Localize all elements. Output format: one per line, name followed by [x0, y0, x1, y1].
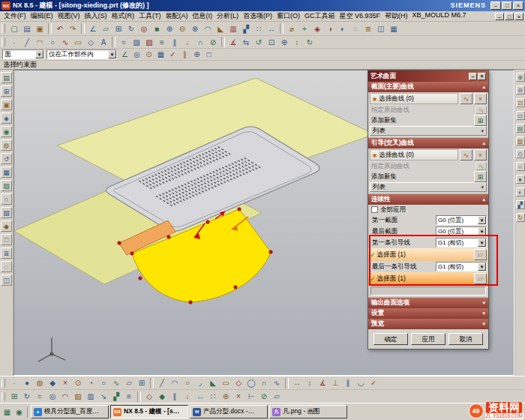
parallel-filter[interactable]: ∥ [179, 50, 190, 60]
pattern[interactable]: ∷ [253, 23, 265, 34]
circle[interactable]: ○ [46, 37, 58, 48]
revolve-2[interactable]: ↻ [21, 391, 33, 402]
open[interactable]: ▤ [21, 23, 33, 34]
chamfer[interactable]: ◣ [214, 23, 226, 34]
show-hide[interactable]: ◌ [350, 23, 362, 34]
analysis-deviation[interactable]: ∡ [227, 37, 239, 48]
chevron-down-icon[interactable]: ▾ [478, 216, 486, 224]
extrude[interactable]: ⊞ [112, 23, 124, 34]
block[interactable]: ■ [151, 23, 163, 34]
profile-arc[interactable]: ◠ [169, 377, 181, 388]
chevron-down-icon[interactable]: ▾ [478, 262, 486, 271]
layers[interactable]: ≣ [1, 248, 12, 259]
face-icon[interactable]: ▱ [474, 249, 487, 260]
polygon[interactable]: ◇ [85, 37, 97, 48]
sketch[interactable]: ∠ [87, 23, 99, 34]
snap-arc-center[interactable]: ⊙ [72, 377, 84, 388]
minimize-icon[interactable]: – [490, 2, 501, 10]
dialog-titlebar[interactable]: 艺术曲面 – × [368, 70, 488, 82]
conic-curve[interactable]: ∩ [258, 377, 270, 388]
task-word[interactable]: W 产品分型.docx -… [190, 405, 268, 418]
system-scenes[interactable]: ▧ [1, 207, 12, 218]
clear-selection-button[interactable]: × [474, 93, 487, 104]
mesh-surface[interactable]: ▨ [130, 37, 142, 48]
show-only[interactable]: ◌ [1, 261, 12, 272]
hole[interactable]: ◎ [138, 23, 150, 34]
hd3d-tools[interactable]: ◉ [1, 126, 12, 137]
show-desktop[interactable]: ▦ [2, 406, 13, 418]
point[interactable]: ∙ [8, 37, 20, 48]
child-minimize-icon[interactable]: – [495, 13, 504, 20]
last-guide-select-face-field[interactable]: ✓ 选择面 (1) ▱ [368, 272, 488, 285]
menu-gc-toolbox[interactable]: GC工具箱 [302, 11, 338, 22]
top-view[interactable]: ▤ [516, 124, 525, 133]
guide-curves-header[interactable]: 引导(交叉)曲线 ▴ [368, 138, 488, 148]
menu-starry[interactable]: 星空 V6.935F [338, 11, 383, 22]
spline[interactable]: ∿ [59, 37, 71, 48]
extend-sheet[interactable]: ⊢ [245, 391, 257, 402]
pattern-feature[interactable]: ∷ [207, 391, 219, 402]
dialog-collapse-icon[interactable]: – [469, 73, 477, 80]
last-guide-continuity-select[interactable]: G1 (相切) ▾ [436, 262, 487, 272]
guide-list-bar[interactable]: 列表 ▾ [370, 182, 487, 192]
menu-edit[interactable]: 编辑(E) [28, 11, 56, 22]
tube[interactable]: ◎ [46, 391, 58, 402]
delete-face[interactable]: ⊘ [258, 391, 270, 402]
menu-tools[interactable]: 工具(T) [136, 11, 164, 22]
task-nx[interactable]: NX NX 8.5 - 建模 - [s… [110, 405, 188, 418]
curve-rule-button[interactable]: ∿ [460, 149, 472, 160]
front-view[interactable]: ▭ [516, 111, 525, 120]
fit-view-side[interactable]: ⊡ [516, 98, 525, 107]
profile-line[interactable]: ╱ [156, 377, 168, 388]
subtract[interactable]: ⊖ [176, 23, 188, 34]
split-body[interactable]: ▞ [110, 391, 122, 402]
snapshot-side[interactable]: ◫ [1, 274, 12, 286]
snap-existing-point[interactable]: ○ [98, 377, 110, 388]
finish-flag[interactable]: ✓ [368, 377, 380, 388]
snap-grid-point[interactable]: ⊞ [136, 377, 148, 388]
reuse-library[interactable]: ◈ [1, 112, 12, 124]
highlight[interactable]: ◎ [131, 50, 142, 60]
top-selection[interactable]: ⊙ [143, 50, 154, 60]
dim-horizontal[interactable]: ↔ [291, 377, 303, 388]
manufacturing-wizards[interactable]: ▨ [1, 180, 12, 191]
shell[interactable]: ▥ [227, 23, 239, 34]
cancel-button[interactable]: 取消 [448, 333, 483, 345]
wrap-geometry[interactable]: ◆ [156, 391, 168, 402]
process-studio[interactable]: ▦ [1, 166, 12, 178]
child-restore-icon[interactable]: □ [505, 13, 514, 20]
polygon-curve[interactable]: ◇ [232, 377, 244, 388]
constraint-tangent[interactable]: ◡ [355, 377, 367, 388]
dim-vertical[interactable]: ↕ [304, 377, 316, 388]
isometric-view[interactable]: ◇ [516, 149, 525, 158]
offset-surface[interactable]: ∥ [169, 37, 181, 48]
move-object[interactable]: + [298, 23, 310, 34]
zoom-in[interactable]: ⊕ [516, 73, 525, 82]
trim-sheet[interactable]: × [232, 391, 244, 402]
snap-point[interactable]: ∙ [8, 377, 20, 388]
output-surface-header[interactable]: 输出曲面选项 ▾ [368, 298, 488, 308]
patch-surface[interactable]: ▧ [72, 391, 84, 402]
clear-selection-button[interactable]: × [474, 149, 487, 160]
undo[interactable]: ↶ [54, 23, 66, 34]
type-filter-combo[interactable]: 面 ▾ [2, 50, 44, 59]
roles-palette[interactable]: ○ [1, 194, 12, 205]
chevron-down-icon[interactable]: ▾ [478, 238, 486, 247]
snap-point-on-curve[interactable]: ∿ [110, 377, 122, 388]
mirror[interactable]: ↔ [266, 23, 278, 34]
constraint-parallel[interactable]: ∥ [342, 377, 354, 388]
add-new-set-row[interactable]: 添加新集 ⊞ [368, 115, 488, 126]
launch-browser[interactable]: ◉ [14, 406, 25, 418]
add-new-set-row[interactable]: 添加新集 ⊞ [368, 171, 488, 182]
view-orient[interactable]: ◑ [324, 23, 336, 34]
section-list-bar[interactable]: 列表 ▾ [370, 126, 487, 136]
measure[interactable]: ⌀ [286, 23, 298, 34]
select-section-curve-field[interactable]: ∗ 选择曲线 (0) [370, 93, 458, 104]
edge-blend[interactable]: ◠ [202, 23, 214, 34]
history-palette[interactable]: ↺ [1, 153, 12, 164]
selection-scope-combo[interactable]: 仅在工作部件内 ▾ [46, 50, 117, 59]
replace-face[interactable]: ▱ [271, 391, 283, 402]
studio-spline[interactable]: ∿ [271, 377, 283, 388]
reflect[interactable]: ⇆ [240, 37, 252, 48]
first-section-continuity-select[interactable]: G0 (位置) ▾ [436, 215, 487, 225]
